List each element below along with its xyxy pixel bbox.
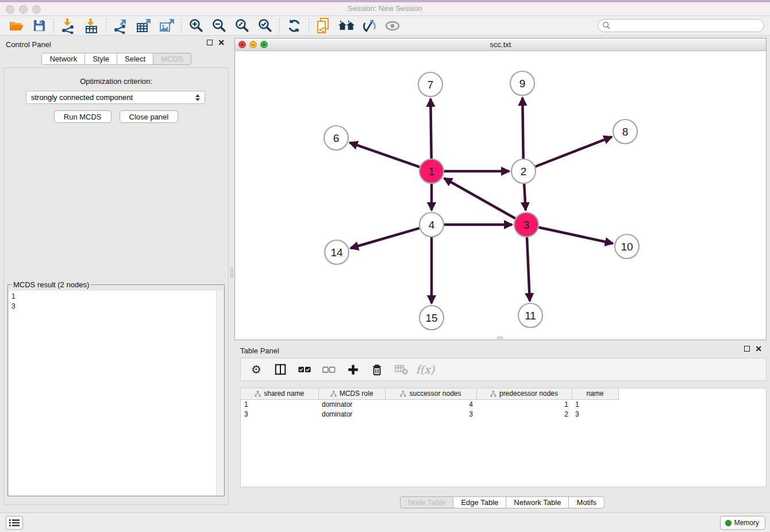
search-input[interactable] — [611, 20, 764, 31]
export-network-button[interactable] — [109, 17, 132, 35]
tab-style[interactable]: Style — [84, 53, 117, 65]
close-panel-icon[interactable]: ✕ — [218, 40, 225, 45]
cell-successor-nodes[interactable]: 3 — [385, 409, 476, 419]
table-row[interactable]: 3 dominator 3 2 3 — [241, 409, 766, 419]
zoom-in-button[interactable] — [184, 17, 207, 35]
graph-node-14[interactable]: 14 — [325, 240, 349, 264]
open-session-button[interactable] — [5, 17, 28, 35]
tab-motifs[interactable]: Motifs — [568, 496, 605, 508]
graph-node-8[interactable]: 8 — [613, 119, 637, 144]
home-button[interactable] — [335, 17, 358, 35]
function-builder-button[interactable]: f(x) — [415, 360, 435, 379]
hide-details-icon — [362, 18, 377, 33]
cell-predecessor-nodes[interactable]: 2 — [476, 409, 572, 419]
show-columns-button[interactable] — [271, 360, 290, 379]
float-table-panel-icon[interactable] — [744, 346, 750, 352]
save-session-button[interactable] — [28, 17, 51, 35]
graph-edge-1-6[interactable] — [350, 142, 420, 167]
delete-columns-button[interactable] — [367, 360, 387, 379]
tab-network[interactable]: Network — [41, 53, 85, 65]
network-graph[interactable]: 7968124314101511 — [235, 51, 766, 340]
panel-splitter[interactable] — [230, 36, 234, 512]
cell-successor-nodes[interactable]: 4 — [385, 399, 476, 409]
graph-edge-3-11[interactable] — [527, 237, 530, 301]
zoom-fit-button[interactable] — [230, 17, 253, 35]
create-column-button[interactable] — [343, 360, 363, 379]
unselect-all-columns-button[interactable] — [319, 360, 338, 379]
network-canvas[interactable]: 7968124314101511 — [235, 51, 766, 340]
graph-node-15[interactable]: 15 — [419, 306, 444, 330]
tab-mcds[interactable]: MCDS — [153, 53, 191, 65]
memory-button[interactable]: Memory — [720, 516, 765, 530]
import-network-button[interactable] — [57, 17, 80, 35]
export-image-button[interactable] — [155, 17, 178, 35]
column-header-predecessor-nodes[interactable]: predecessor nodes — [476, 388, 572, 399]
home-icon — [338, 19, 355, 33]
graph-node-7[interactable]: 7 — [418, 72, 442, 97]
graph-edge-2-8[interactable] — [536, 137, 612, 167]
table-panel-title: Table Panel — [240, 346, 279, 355]
tab-network-table[interactable]: Network Table — [506, 496, 569, 508]
network-close-button[interactable]: × — [238, 41, 246, 48]
network-window-titlebar[interactable]: × − + scc.txt — [235, 38, 766, 51]
column-header-shared-name[interactable]: shared name — [241, 388, 318, 399]
cell-mcds-role[interactable]: dominator — [318, 409, 385, 419]
control-panel-tabs: Network Style Select MCDS — [0, 53, 233, 65]
graph-edge-3-10[interactable] — [539, 228, 613, 244]
mcds-result-text[interactable]: 1 3 — [9, 291, 216, 495]
search-field[interactable] — [598, 19, 764, 32]
network-window-controls[interactable]: × − + — [238, 41, 268, 48]
graph-node-2[interactable]: 2 — [511, 159, 536, 183]
column-header-mcds-role[interactable]: MCDS role — [318, 388, 385, 399]
cell-predecessor-nodes[interactable]: 1 — [476, 399, 572, 409]
save-disk-icon — [33, 19, 46, 32]
graph-edge-2-9[interactable] — [522, 98, 523, 159]
graph-node-1[interactable]: 1 — [419, 159, 444, 183]
graph-node-9[interactable]: 9 — [510, 71, 534, 95]
graph-edge-3-1[interactable] — [444, 178, 515, 218]
show-graphics-details-button[interactable] — [381, 17, 404, 35]
cell-name[interactable]: 3 — [572, 409, 618, 419]
graph-node-10[interactable]: 10 — [615, 234, 639, 259]
tab-edge-table[interactable]: Edge Table — [453, 496, 506, 508]
graph-node-11[interactable]: 11 — [518, 303, 542, 327]
import-table-button[interactable] — [80, 17, 103, 35]
graph-node-6[interactable]: 6 — [324, 126, 348, 150]
select-all-columns-button[interactable] — [295, 360, 314, 379]
cell-shared-name[interactable]: 1 — [241, 399, 318, 409]
cell-name[interactable]: 1 — [572, 399, 618, 409]
network-maximize-button[interactable]: + — [260, 41, 268, 48]
column-header-successor-nodes[interactable]: successor nodes — [385, 388, 476, 399]
table-settings-button[interactable]: ⚙ — [247, 360, 266, 379]
network-minimize-button[interactable]: − — [249, 41, 257, 48]
float-panel-icon[interactable] — [207, 40, 213, 45]
cell-shared-name[interactable]: 3 — [241, 409, 318, 419]
graph-node-3[interactable]: 3 — [514, 213, 538, 237]
task-history-button[interactable] — [6, 516, 23, 530]
refresh-view-button[interactable] — [283, 17, 306, 35]
network-resize-handle[interactable] — [497, 337, 503, 340]
export-table-button[interactable] — [132, 17, 155, 35]
delete-table-button[interactable] — [391, 360, 411, 379]
zoom-selected-button[interactable] — [253, 17, 276, 35]
table-row[interactable]: 1 dominator 4 1 1 — [241, 399, 766, 409]
fx-icon: f(x) — [416, 363, 435, 376]
graph-edge-1-7[interactable] — [430, 99, 431, 159]
run-mcds-button[interactable]: Run MCDS — [54, 110, 111, 123]
result-scrollbar[interactable] — [216, 291, 224, 495]
tab-node-table[interactable]: Node Table — [400, 496, 454, 508]
node-table[interactable]: shared name MCDS role successor nodes pr… — [240, 388, 767, 487]
column-header-name[interactable]: name — [572, 388, 618, 399]
graph-edge-4-14[interactable] — [351, 228, 419, 248]
graph-edge-2-3[interactable] — [524, 184, 526, 210]
graph-node-4[interactable]: 4 — [419, 213, 444, 237]
splitter-handle[interactable] — [230, 268, 233, 278]
clone-network-button[interactable] — [312, 17, 335, 35]
cell-mcds-role[interactable]: dominator — [318, 399, 385, 409]
criterion-dropdown[interactable]: strongly connected component — [26, 91, 205, 104]
close-table-panel-icon[interactable]: ✕ — [755, 346, 762, 352]
zoom-out-button[interactable] — [207, 17, 230, 35]
close-panel-button[interactable]: Close panel — [120, 110, 179, 123]
hide-graphics-details-button[interactable] — [358, 17, 381, 35]
tab-select[interactable]: Select — [117, 53, 153, 65]
